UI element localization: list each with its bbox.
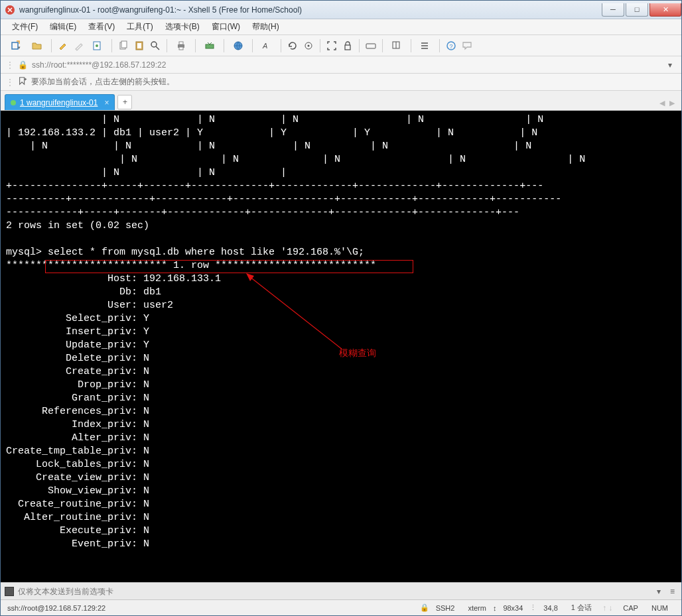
- status-arrows-icon: ↑ ↓: [598, 603, 616, 613]
- svg-line-10: [156, 46, 159, 50]
- window-title: wangruifenglinux-01 - root@wangruifeng-0…: [19, 5, 600, 15]
- copy-button[interactable]: [116, 38, 131, 53]
- status-num: NUM: [645, 604, 675, 612]
- menu-tools[interactable]: 工具(T): [121, 19, 159, 34]
- svg-point-4: [96, 44, 98, 47]
- send-bar: ▾ ≡: [1, 582, 681, 599]
- app-icon: [5, 5, 15, 15]
- list-button[interactable]: [415, 38, 435, 53]
- minimize-button[interactable]: ─: [602, 3, 624, 17]
- svg-rect-14: [206, 44, 214, 48]
- menu-tabs[interactable]: 选项卡(B): [159, 19, 206, 34]
- send-indicator-icon[interactable]: [5, 587, 14, 596]
- separator: [252, 39, 253, 52]
- term-line: | 192.168.133.2 | db1 | user2 | Y | Y | …: [6, 127, 537, 139]
- status-caps: CAP: [616, 604, 645, 612]
- status-bar: ssh://root@192.168.57.129:22 🔒 SSH2 xter…: [1, 599, 681, 615]
- address-text[interactable]: ssh://root:********@192.168.57.129:22: [32, 60, 660, 70]
- tab-session-1[interactable]: 1 wangruifenglinux-01 ×: [5, 94, 115, 110]
- row-header: *************************** 1. row *****…: [6, 260, 376, 271]
- new-session-button[interactable]: ▾: [6, 38, 26, 53]
- menu-edit[interactable]: 编辑(E): [44, 19, 82, 34]
- grip-icon: ⋮: [6, 78, 14, 87]
- status-pos: 34,8: [537, 604, 564, 612]
- chat-button[interactable]: [460, 38, 474, 53]
- toolbar: ▾ A ?: [1, 35, 681, 56]
- grip-icon: ⋮: [6, 60, 14, 70]
- svg-text:▾: ▾: [18, 45, 21, 50]
- brush-button[interactable]: [72, 38, 86, 53]
- annotation-arrow: [246, 273, 359, 356]
- term-line: | N | N | N | N | N: [6, 114, 543, 125]
- send-dropdown[interactable]: ▾: [654, 587, 663, 596]
- help-button[interactable]: ?: [444, 38, 458, 53]
- svg-rect-6: [121, 41, 127, 48]
- target-button[interactable]: [301, 38, 316, 53]
- svg-rect-12: [179, 42, 183, 44]
- separator: [281, 39, 281, 52]
- separator: [382, 39, 383, 52]
- bookmark-icon[interactable]: [18, 76, 27, 88]
- send-input[interactable]: [18, 587, 650, 596]
- refresh-button[interactable]: [285, 38, 300, 53]
- maximize-button[interactable]: □: [626, 3, 648, 17]
- separator: [320, 39, 320, 52]
- svg-text:A: A: [262, 42, 267, 50]
- tab-nav-arrows[interactable]: ◀ ▶: [659, 99, 676, 107]
- terminal[interactable]: | N | N | N | N | N | 192.168.133.2 | db…: [1, 111, 681, 582]
- status-sessions: 1 会话: [565, 603, 598, 613]
- menu-help[interactable]: 帮助(H): [246, 19, 285, 34]
- highlight-button[interactable]: [56, 38, 70, 53]
- props-button[interactable]: [88, 38, 107, 53]
- tab-strip: 1 wangruifenglinux-01 × + ◀ ▶: [1, 91, 681, 111]
- term-line: | N | N |: [6, 167, 287, 178]
- menu-view[interactable]: 查看(V): [82, 19, 121, 34]
- new-tab-button[interactable]: +: [117, 95, 132, 109]
- address-dropdown[interactable]: ▾: [664, 60, 676, 70]
- menubar: 文件(F) 编辑(E) 查看(V) 工具(T) 选项卡(B) 窗口(W) 帮助(…: [1, 19, 681, 35]
- globe-button[interactable]: [228, 38, 248, 53]
- svg-rect-19: [345, 45, 350, 50]
- pos-icon: ⋮: [529, 603, 537, 612]
- ftp-button[interactable]: [200, 38, 220, 53]
- separator: [51, 39, 52, 52]
- separator: [359, 39, 360, 52]
- keyboard-button[interactable]: [364, 38, 378, 53]
- lock-button[interactable]: [340, 38, 355, 53]
- svg-rect-20: [366, 44, 375, 48]
- svg-rect-13: [179, 47, 183, 50]
- svg-marker-31: [246, 273, 254, 281]
- close-button[interactable]: ✕: [649, 3, 681, 17]
- svg-rect-1: [12, 42, 18, 49]
- print-button[interactable]: [171, 38, 191, 53]
- status-protocol: SSH2: [429, 604, 462, 612]
- send-menu-icon[interactable]: ≡: [667, 587, 677, 596]
- term-line: ----------+-------------+------------+--…: [6, 194, 561, 205]
- separator: [411, 39, 411, 52]
- info-text: 要添加当前会话，点击左侧的箭头按钮。: [31, 76, 174, 88]
- paste-button[interactable]: [132, 38, 147, 53]
- layout-button[interactable]: [387, 38, 407, 53]
- svg-line-30: [249, 277, 342, 349]
- menu-window[interactable]: 窗口(W): [206, 19, 246, 34]
- menu-file[interactable]: 文件(F): [6, 19, 44, 34]
- svg-text:?: ?: [450, 43, 453, 50]
- titlebar: wangruifenglinux-01 - root@wangruifeng-0…: [1, 1, 681, 19]
- open-button[interactable]: [27, 38, 47, 53]
- term-line: 2 rows in set (0.02 sec): [6, 220, 149, 231]
- svg-point-9: [151, 42, 157, 47]
- lock-icon: 🔒: [18, 60, 28, 70]
- tab-label: 1 wangruifenglinux-01: [20, 98, 98, 107]
- svg-point-18: [308, 44, 310, 46]
- term-line: | N | N | N | N | N: [6, 154, 585, 165]
- term-line: ------------+-----+-------+-------------…: [6, 207, 519, 218]
- separator: [167, 39, 167, 52]
- font-button[interactable]: A: [257, 38, 277, 53]
- status-term: xterm: [461, 604, 493, 612]
- term-line: | N | N | N | N | N | N: [6, 141, 531, 152]
- fullscreen-button[interactable]: [324, 38, 339, 53]
- status-dot-icon: [11, 100, 16, 105]
- find-button[interactable]: [148, 38, 163, 53]
- app-window: wangruifenglinux-01 - root@wangruifeng-0…: [0, 0, 682, 616]
- tab-close-icon[interactable]: ×: [102, 98, 109, 107]
